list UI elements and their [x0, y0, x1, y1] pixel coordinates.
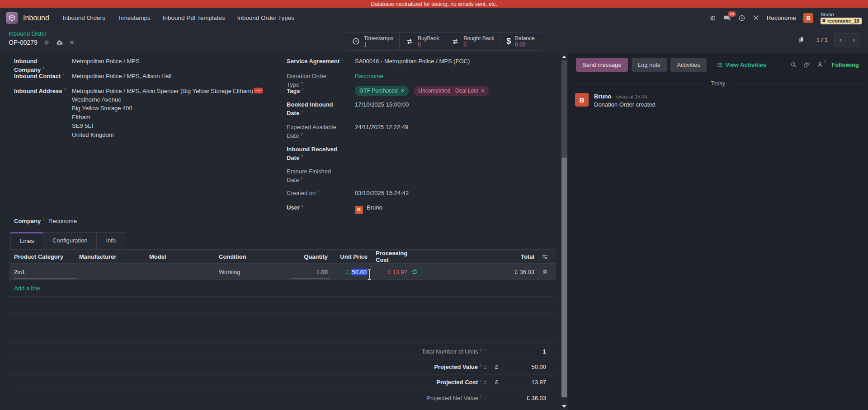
- unit-price-selected-text[interactable]: 50.00: [351, 269, 368, 275]
- menu-inbound-pdf-templates[interactable]: Inbound Pdf Templates: [163, 14, 225, 21]
- company-value[interactable]: Reconome: [48, 217, 77, 226]
- table-row[interactable]: 2in1 Working 1.00 £ 50.00 £ 13.97 £ 36.0…: [9, 264, 556, 280]
- stat-button-group: Timestamps 1 BuyBack 0 Bought Back 0: [346, 32, 541, 51]
- column-header[interactable]: Processing Cost: [373, 250, 421, 263]
- tab-lines[interactable]: Lines: [10, 232, 43, 249]
- field-company: Company Reconome: [14, 217, 77, 226]
- field-expected-available-date: Expected Available Date 24/11/2025 12:22…: [287, 123, 408, 141]
- database-icon: [822, 19, 826, 23]
- stat-button-buyback[interactable]: BuyBack 0: [400, 33, 445, 50]
- delete-row-icon[interactable]: [538, 269, 552, 275]
- cell-processing-cost[interactable]: £ 13.97: [373, 269, 421, 275]
- view-activities-link[interactable]: View Activities: [717, 61, 766, 68]
- field-tags: Tags GTF Purchased Uncompleted - Deal Lo…: [287, 86, 492, 96]
- inbound-contact-value[interactable]: Metropolitan Police / MPS, Allison Hall: [72, 72, 171, 81]
- dollar-icon: [506, 37, 511, 46]
- inbound-address-value[interactable]: Metropolitan Police / MPS, Alvin Spencer…: [72, 87, 263, 139]
- tag-remove-icon[interactable]: [478, 87, 484, 95]
- tools-icon[interactable]: [753, 14, 760, 21]
- address-line: United Kingdom: [72, 130, 263, 139]
- scrollbar-thumb[interactable]: [561, 158, 567, 397]
- tab-configuration[interactable]: Configuration: [43, 232, 97, 249]
- gear-icon[interactable]: [43, 39, 50, 46]
- address-line: Westhorne Avenue: [72, 95, 263, 104]
- field-label: Created on: [287, 189, 344, 198]
- tag-uncompleted-deal-lost[interactable]: Uncompleted - Deal Lost: [414, 86, 489, 96]
- following-button[interactable]: Following: [831, 61, 859, 68]
- column-header[interactable]: Unit Price: [328, 253, 373, 260]
- internal-notes-badge[interactable]: ···: [254, 88, 263, 93]
- bug-icon[interactable]: [709, 14, 716, 21]
- field-label: Erasure Finished Date: [287, 167, 344, 185]
- table-totals: Total Number of Units 1 Projected Value …: [9, 344, 556, 405]
- menu-timestamps[interactable]: Timestamps: [118, 14, 151, 21]
- chatter-panel: Send message Log note Activities View Ac…: [568, 53, 868, 410]
- message-author[interactable]: Bruno: [594, 93, 611, 100]
- column-header[interactable]: Product Category: [9, 253, 79, 260]
- pager-next-button[interactable]: [847, 33, 860, 47]
- breadcrumb-parent[interactable]: Inbound Order: [9, 30, 75, 37]
- user-avatar[interactable]: B: [803, 13, 813, 23]
- send-message-button[interactable]: Send message: [576, 58, 628, 72]
- messages-icon[interactable]: 13: [723, 14, 731, 22]
- tags-value: GTF Purchased Uncompleted - Deal Lost: [355, 86, 492, 96]
- form-scrollbar[interactable]: [561, 53, 568, 410]
- breadcrumb: Inbound Order OP-00279: [9, 30, 75, 46]
- company-switcher[interactable]: Reconome: [767, 14, 796, 21]
- record-title: OP-00279: [9, 39, 38, 46]
- cell-product-category[interactable]: 2in1: [9, 264, 79, 280]
- stat-button-balance[interactable]: Balance 0.00: [500, 33, 540, 50]
- scrollbar-track[interactable]: [561, 61, 567, 158]
- stat-button-timestamps[interactable]: Timestamps 1: [346, 33, 400, 50]
- search-icon[interactable]: [790, 61, 797, 68]
- booked-inbound-date-value[interactable]: 17/10/2025 15:00:00: [355, 100, 409, 118]
- stat-label: Bought Back: [463, 35, 494, 42]
- column-header[interactable]: Manufacturer: [79, 253, 149, 260]
- nav-menus: Inbound Orders Timestamps Inbound Pdf Te…: [63, 14, 294, 21]
- optional-columns-icon[interactable]: [538, 253, 552, 260]
- field-inbound-address: Inbound Address Metropolitan Police / MP…: [14, 87, 263, 139]
- paperclip-icon[interactable]: [803, 61, 810, 68]
- bookmark-icon[interactable]: [797, 36, 805, 44]
- scroll-down-arrow[interactable]: [562, 405, 566, 408]
- tag-gtf-purchased[interactable]: GTF Purchased: [355, 86, 409, 96]
- apps-menu-button[interactable]: [6, 12, 18, 24]
- service-agreement-value[interactable]: SA00046 - Metropolitan Police / MPS (FOC…: [355, 57, 470, 66]
- stat-value: 0.00: [515, 42, 525, 48]
- add-a-line-button[interactable]: Add a line: [9, 280, 556, 297]
- pager: 1 / 1: [797, 33, 860, 47]
- column-header[interactable]: Quantity: [287, 253, 328, 260]
- column-header[interactable]: Model: [149, 253, 219, 260]
- currency-symbol: £: [495, 363, 498, 370]
- pager-previous-button[interactable]: [834, 33, 847, 47]
- cell-quantity[interactable]: 1.00: [287, 264, 328, 280]
- stat-label: Balance: [515, 35, 534, 42]
- form-sheet: Inbound Company Metropolitan Police / MP…: [0, 53, 561, 410]
- activities-button[interactable]: Activities: [670, 58, 706, 72]
- user-value[interactable]: BBruno: [355, 203, 382, 214]
- cloud-save-icon[interactable]: [56, 39, 63, 46]
- total-value: 1: [495, 348, 546, 355]
- field-label: Tags: [287, 86, 344, 96]
- log-note-button[interactable]: Log note: [632, 58, 667, 72]
- column-header[interactable]: Condition: [219, 253, 287, 260]
- followers-icon[interactable]: 1: [816, 61, 823, 68]
- refresh-icon[interactable]: [411, 269, 418, 275]
- expected-available-date-value[interactable]: 24/11/2025 12:22:49: [355, 123, 408, 141]
- user-menu[interactable]: Bruno reconome_18: [821, 12, 862, 24]
- tag-remove-icon[interactable]: [398, 87, 404, 95]
- stat-button-bought-back[interactable]: Bought Back 0: [445, 33, 500, 50]
- tab-info[interactable]: Info: [97, 232, 125, 249]
- menu-inbound-orders[interactable]: Inbound Orders: [63, 14, 105, 21]
- activity-clock-icon[interactable]: [738, 14, 745, 22]
- stat-label: BuyBack: [418, 35, 439, 42]
- database-name: reconome_18: [827, 18, 859, 24]
- cell-condition[interactable]: Working: [219, 269, 287, 275]
- discard-close-icon[interactable]: [69, 40, 75, 45]
- menu-inbound-order-types[interactable]: Inbound Order Types: [237, 14, 295, 21]
- cell-total: £ 36.03: [421, 269, 538, 275]
- app-name[interactable]: Inbound: [23, 14, 49, 22]
- field-label: Expected Available Date: [287, 123, 344, 141]
- column-header[interactable]: Total: [421, 253, 538, 260]
- scroll-up-arrow[interactable]: [562, 56, 566, 58]
